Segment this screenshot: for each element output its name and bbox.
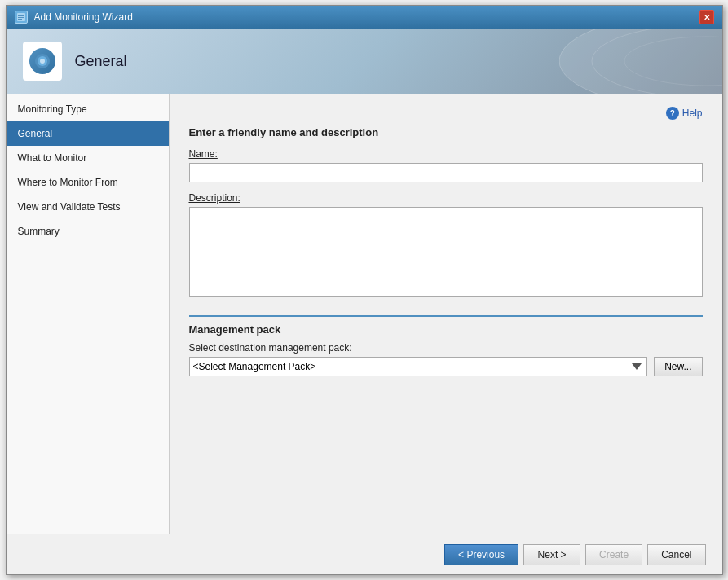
- wizard-icon: [15, 11, 28, 24]
- title-bar: Add Monitoring Wizard ✕: [7, 6, 722, 29]
- management-pack-title: Management pack: [189, 315, 703, 336]
- content-area: Monitoring Type General What to Monitor …: [7, 94, 722, 534]
- sidebar-item-monitoring-type[interactable]: Monitoring Type: [7, 97, 169, 121]
- sidebar-item-what-to-monitor[interactable]: What to Monitor: [7, 146, 169, 170]
- next-button[interactable]: Next >: [523, 544, 580, 565]
- description-wrap: [189, 207, 703, 299]
- wizard-window: Add Monitoring Wizard ✕ General Monitori…: [6, 5, 723, 575]
- help-row: ? Help: [189, 107, 703, 120]
- sidebar-item-general[interactable]: General: [7, 121, 169, 146]
- new-management-pack-button[interactable]: New...: [654, 357, 702, 376]
- help-icon: ?: [666, 107, 679, 120]
- management-pack-section: Management pack Select destination manag…: [189, 315, 703, 376]
- name-label: Name:: [189, 148, 703, 160]
- create-button[interactable]: Create: [585, 544, 642, 565]
- main-content: ? Help Enter a friendly name and descrip…: [170, 94, 722, 534]
- cancel-button[interactable]: Cancel: [647, 544, 705, 565]
- sidebar-item-where-to-monitor[interactable]: Where to Monitor From: [7, 170, 169, 195]
- mgmt-row: <Select Management Pack> New...: [189, 357, 703, 376]
- name-input[interactable]: [189, 163, 703, 182]
- close-button[interactable]: ✕: [699, 10, 714, 24]
- window-title: Add Monitoring Wizard: [34, 11, 133, 23]
- description-input[interactable]: [189, 207, 703, 297]
- svg-rect-1: [18, 15, 24, 16]
- sidebar: Monitoring Type General What to Monitor …: [7, 94, 170, 534]
- help-link[interactable]: ? Help: [666, 107, 703, 120]
- header-icon-wrap: [23, 42, 62, 81]
- previous-button[interactable]: < Previous: [444, 544, 518, 565]
- description-label: Description:: [189, 192, 703, 204]
- sidebar-item-view-validate[interactable]: View and Validate Tests: [7, 195, 169, 219]
- title-bar-left: Add Monitoring Wizard: [15, 11, 133, 24]
- svg-rect-2: [18, 17, 24, 18]
- sidebar-item-summary[interactable]: Summary: [7, 219, 169, 244]
- header-banner: General: [7, 29, 722, 94]
- section-title: Enter a friendly name and description: [189, 126, 703, 138]
- svg-point-6: [40, 59, 45, 64]
- page-title: General: [75, 53, 127, 70]
- management-pack-select[interactable]: <Select Management Pack>: [189, 357, 648, 376]
- select-mgmt-pack-label: Select destination management pack:: [189, 342, 703, 354]
- footer: < Previous Next > Create Cancel: [7, 534, 722, 574]
- svg-rect-3: [18, 19, 22, 20]
- header-icon: [29, 48, 55, 74]
